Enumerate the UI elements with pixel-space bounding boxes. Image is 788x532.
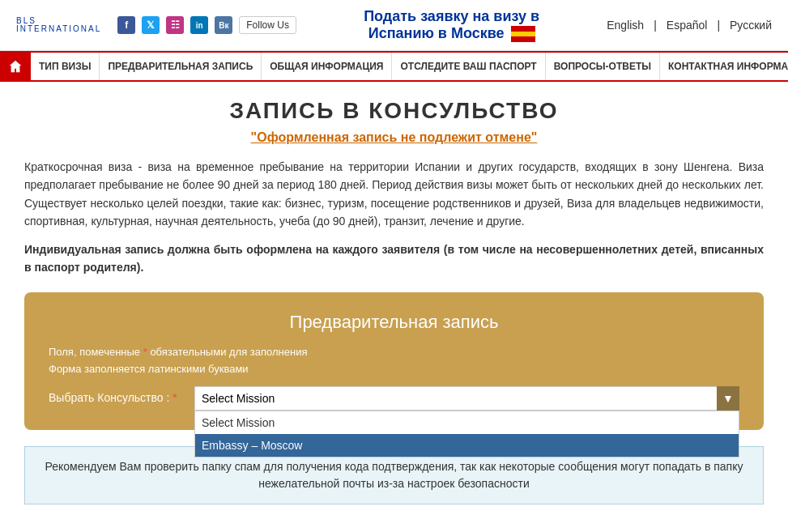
twitter-icon[interactable]: 𝕏 xyxy=(142,16,160,34)
header-title-line2: Испанию в Москве xyxy=(364,25,539,42)
header-center: Подать заявку на визу в Испанию в Москве xyxy=(364,8,539,42)
description-2: Индивидуальная запись должна быть оформл… xyxy=(24,240,764,277)
mission-select[interactable]: Select Mission Embassy – Moscow xyxy=(194,386,739,411)
nav-faq[interactable]: ВОПРОСЫ-ОТВЕТЫ xyxy=(546,53,660,80)
header-title-city: Испанию в Москве xyxy=(368,25,505,42)
logo-line2: INTERNATIONAL xyxy=(16,25,101,33)
dropdown-option-moscow[interactable]: Embassy – Moscow xyxy=(195,434,739,457)
form-title: Предварительная запись xyxy=(49,312,739,333)
nav-visa-type[interactable]: ТИП ВИЗЫ xyxy=(31,53,100,80)
nav-contact[interactable]: КОНТАКТНАЯ ИНФОРМАЦИЯ xyxy=(660,53,788,80)
mission-select-wrapper: Select Mission Embassy – Moscow ▼ Select… xyxy=(194,386,739,411)
dropdown-menu: Select Mission Embassy – Moscow xyxy=(194,411,739,458)
facebook-icon[interactable]: f xyxy=(117,16,135,34)
page-title: ЗАПИСЬ В КОНСУЛЬСТВО xyxy=(24,98,764,124)
social-icons: f 𝕏 ☷ in Вк Follow Us xyxy=(117,16,296,34)
lang-ru[interactable]: Русский xyxy=(730,19,772,32)
page-subtitle: "Оформленная запись не подлежит отмене" xyxy=(24,130,764,145)
home-icon xyxy=(8,59,23,74)
info-bar-text: Рекомендуем Вам проверить папку спам для… xyxy=(45,460,743,490)
header-left: BLS INTERNATIONAL f 𝕏 ☷ in Вк Follow Us xyxy=(16,16,296,34)
nav-appointment[interactable]: ПРЕДВАРИТЕЛЬНАЯ ЗАПИСЬ xyxy=(100,53,262,80)
nav-general-info[interactable]: ОБЩАЯ ИНФОРМАЦИЯ xyxy=(262,53,392,80)
form-panel: Предварительная запись Поля, помеченные … xyxy=(24,292,764,430)
description-1: Краткосрочная виза - виза на временное п… xyxy=(24,158,764,231)
header: BLS INTERNATIONAL f 𝕏 ☷ in Вк Follow Us … xyxy=(0,0,788,51)
consulate-label: Выбрать Консульство : * xyxy=(49,386,194,404)
linkedin-icon[interactable]: in xyxy=(190,16,208,34)
nav-track-passport[interactable]: ОТСЛЕДИТЕ ВАШ ПАСПОРТ xyxy=(392,53,545,80)
nav-home[interactable] xyxy=(0,53,31,80)
vk-icon[interactable]: Вк xyxy=(215,16,232,34)
main-content: ЗАПИСЬ В КОНСУЛЬСТВО "Оформленная запись… xyxy=(0,82,788,521)
form-note-required: Поля, помеченные * обязательными для зап… xyxy=(49,346,739,358)
language-selector: English | Español | Русский xyxy=(607,19,772,32)
dropdown-option-placeholder[interactable]: Select Mission xyxy=(195,411,739,434)
bls-logo: BLS INTERNATIONAL xyxy=(16,17,101,33)
instagram-icon[interactable]: ☷ xyxy=(166,16,184,34)
spain-flag xyxy=(511,26,535,42)
lang-es[interactable]: Español xyxy=(667,19,708,32)
navigation: ТИП ВИЗЫ ПРЕДВАРИТЕЛЬНАЯ ЗАПИСЬ ОБЩАЯ ИН… xyxy=(0,51,788,82)
consulate-row: Выбрать Консульство : * Select Mission E… xyxy=(49,386,739,411)
follow-button[interactable]: Follow Us xyxy=(239,16,296,34)
header-title-line1: Подать заявку на визу в xyxy=(364,8,539,25)
form-note-latin: Форма заполняется латинскими буквами xyxy=(49,363,739,375)
lang-en[interactable]: English xyxy=(607,19,644,32)
